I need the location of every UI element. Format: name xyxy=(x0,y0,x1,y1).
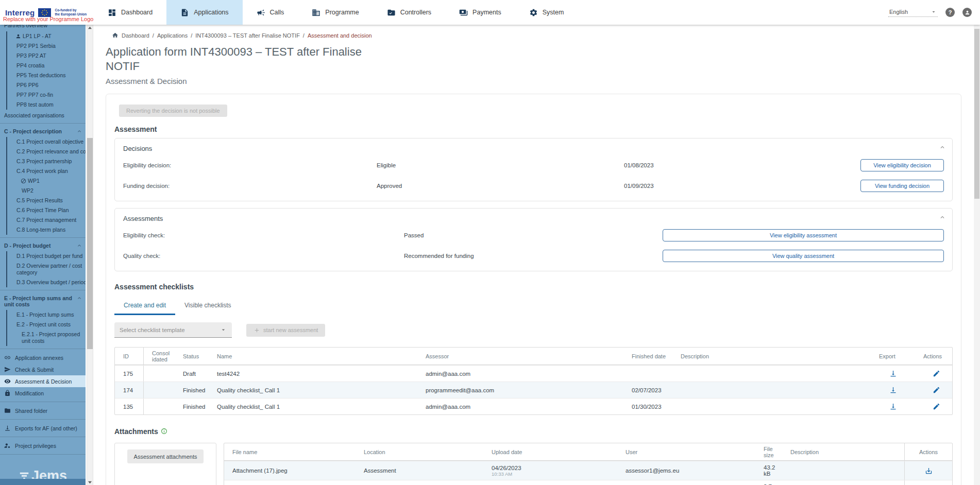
sidebar-item-e1[interactable]: E.1 - Project lump sums xyxy=(12,310,86,320)
eye-icon xyxy=(4,378,11,385)
view-eligibility-assessment-button[interactable]: View eligibility assessment xyxy=(663,229,944,241)
nav-item-calls[interactable]: Calls xyxy=(243,0,298,25)
download-icon xyxy=(889,403,897,410)
nav-item-applications[interactable]: Applications xyxy=(166,0,242,25)
sidebar-item-lp1[interactable]: LP1 LP - AT xyxy=(12,31,86,41)
sidebar-item-wp2[interactable]: WP2 xyxy=(18,186,86,196)
language-select[interactable]: English xyxy=(888,8,938,17)
view-eligibility-decision-button[interactable]: View eligibility decision xyxy=(860,159,944,171)
sidebar-item-modification[interactable]: Modification xyxy=(0,387,86,399)
eligibility-check-value: Passed xyxy=(404,232,663,238)
eligibility-decision-date: 01/08/2023 xyxy=(624,162,860,168)
sidebar-item-exports[interactable]: Exports for AF (and other) xyxy=(0,422,86,434)
sidebar-item-d3[interactable]: D.3 Overview budget / period xyxy=(12,278,86,287)
page-scrollbar-thumb[interactable] xyxy=(974,29,979,199)
sidebar-item-c6[interactable]: C.6 Project Time Plan xyxy=(12,205,86,215)
tab-create-and-edit[interactable]: Create and edit xyxy=(114,296,175,315)
sidebar-item-c1[interactable]: C.1 Project overall objective xyxy=(12,137,86,147)
sidebar-item-pp8[interactable]: PP8 test autom xyxy=(12,100,86,110)
interreg-brand: Interreg xyxy=(5,8,35,17)
sidebar-item-wp1[interactable]: WP1 xyxy=(18,176,86,186)
account-icon[interactable] xyxy=(962,8,972,17)
sidebar-item-c3[interactable]: C.3 Project partnership xyxy=(12,157,86,166)
breadcrumb: Dashboard / Applications / INT4300093 – … xyxy=(106,32,961,39)
col-file-name: File name xyxy=(224,447,356,457)
sidebar-item-assessment-decision[interactable]: Assessment & Decision xyxy=(0,375,86,387)
sidebar-item-partners-overview[interactable]: Partners overview xyxy=(0,25,86,30)
edit-checklist-button[interactable] xyxy=(933,403,940,410)
col-status: Status xyxy=(175,351,209,361)
breadcrumb-applications[interactable]: Applications xyxy=(157,32,188,39)
page-subtitle: Assessment & Decision xyxy=(106,77,961,85)
attachments-table: File name Location Upload date User File… xyxy=(224,443,953,485)
sidebar-section-e[interactable]: E - Project lump sums and unit costs xyxy=(0,293,86,309)
export-checklist-button[interactable] xyxy=(889,403,897,410)
nav-item-dashboard[interactable]: Dashboard xyxy=(94,0,166,25)
sidebar-item-c2[interactable]: C.2 Project relevance and context xyxy=(12,147,86,157)
scroll-up-arrow-icon[interactable] xyxy=(87,25,93,31)
col-consolidated: Consolidated xyxy=(144,348,175,365)
sidebar-item-pp3[interactable]: PP3 PP2 AT xyxy=(12,51,86,61)
main-content: Dashboard / Applications / INT4300093 – … xyxy=(93,25,974,485)
download-attachment-button[interactable] xyxy=(925,467,933,475)
nav-item-system[interactable]: System xyxy=(515,0,578,25)
sidebar-item-e21[interactable]: E.2.1 - Project proposed unit costs xyxy=(18,330,86,346)
export-checklist-button[interactable] xyxy=(889,386,897,394)
sidebar-item-shared-folder[interactable]: Shared folder xyxy=(0,405,86,417)
sidebar-item-c8[interactable]: C.8 Long-term plans xyxy=(12,225,86,235)
attachments-table-header: File name Location Upload date User File… xyxy=(224,443,952,461)
sidebar-item-e2[interactable]: E.2 - Project unit costs xyxy=(12,320,86,330)
link-icon xyxy=(4,354,11,361)
project-sidebar: Partners overview LP1 LP - AT PP2 PP1 Se… xyxy=(0,25,86,485)
nav-item-programme[interactable]: Programme xyxy=(298,0,373,25)
edit-checklist-button[interactable] xyxy=(933,386,940,394)
sidebar-bottom-strip xyxy=(0,479,86,485)
sidebar-item-pp7[interactable]: PP7 PP7 co-fin xyxy=(12,90,86,100)
info-icon[interactable] xyxy=(161,427,167,437)
page-scrollbar[interactable] xyxy=(974,25,980,485)
view-funding-decision-button[interactable]: View funding decision xyxy=(860,180,944,192)
scroll-down-arrow-icon[interactable] xyxy=(87,479,93,485)
collapse-chevron-icon[interactable] xyxy=(939,214,946,223)
view-quality-assessment-button[interactable]: View quality assessment xyxy=(663,250,944,262)
sidebar-item-pp2[interactable]: PP2 PP1 Serbia xyxy=(12,41,86,51)
start-new-assessment-button[interactable]: start new assessment xyxy=(246,324,325,337)
sidebar-item-c5[interactable]: C.5 Project Results xyxy=(12,196,86,205)
export-checklist-button[interactable] xyxy=(889,370,897,377)
nav-item-payments[interactable]: Payments xyxy=(445,0,515,25)
tab-visible-checklists[interactable]: Visible checklists xyxy=(175,296,240,315)
sidebar-item-pp4[interactable]: PP4 croatia xyxy=(12,61,86,71)
col-location: Location xyxy=(356,447,483,457)
assessment-attachments-button[interactable]: Assessment attachments xyxy=(127,449,204,463)
sidebar-section-c[interactable]: C - Project description xyxy=(0,126,86,136)
plus-icon xyxy=(254,327,260,334)
sidebar-item-check-submit[interactable]: Check & Submit xyxy=(0,363,86,375)
sidebar-item-d2[interactable]: D.2 Overview partner / cost category xyxy=(12,261,86,278)
breadcrumb-dashboard[interactable]: Dashboard xyxy=(122,32,149,39)
col-description: Description xyxy=(672,351,871,361)
partners-tree: LP1 LP - AT PP2 PP1 Serbia PP3 PP2 AT PP… xyxy=(6,31,86,110)
revert-decision-button[interactable]: Reverting the decision is not possible xyxy=(119,105,227,117)
sidebar-item-d1[interactable]: D.1 Project budget per fund xyxy=(12,251,86,261)
table-row: Attachment (17).jpeg Assessment 04/26/20… xyxy=(224,461,952,480)
sidebar-item-c7[interactable]: C.7 Project management xyxy=(12,215,86,225)
col-finished-date: Finished date xyxy=(623,351,672,361)
sidebar-item-pp5[interactable]: PP5 Test deductions xyxy=(12,71,86,80)
funding-decision-label: Funding decision: xyxy=(123,183,377,189)
sidebar-item-application-annexes[interactable]: Application annexes xyxy=(0,352,86,363)
breadcrumb-project[interactable]: INT4300093 – TEST after Finalise NOTIF xyxy=(195,32,300,39)
sidebar-item-pp6[interactable]: PP6 PP6 xyxy=(12,80,86,90)
nav-item-controllers[interactable]: Controllers xyxy=(373,0,445,25)
col-assessor: Assessor xyxy=(417,351,623,361)
sidebar-item-c4[interactable]: C.4 Project work plan xyxy=(12,166,86,176)
sidebar-item-project-privileges[interactable]: Project privileges xyxy=(0,440,86,452)
checklist-template-select[interactable]: Select checklist template xyxy=(114,322,232,338)
help-icon[interactable]: ? xyxy=(945,8,955,17)
sidebar-item-associated-organisations[interactable]: Associated organisations xyxy=(0,111,86,120)
decisions-panel: Decisions Eligibility decision: Eligible… xyxy=(114,138,953,201)
sidebar-scrollbar-thumb[interactable] xyxy=(87,138,93,349)
sidebar-section-d[interactable]: D - Project budget xyxy=(0,240,86,250)
edit-checklist-button[interactable] xyxy=(933,370,940,377)
collapse-chevron-icon[interactable] xyxy=(939,144,946,153)
sidebar-scrollbar[interactable] xyxy=(87,25,93,485)
